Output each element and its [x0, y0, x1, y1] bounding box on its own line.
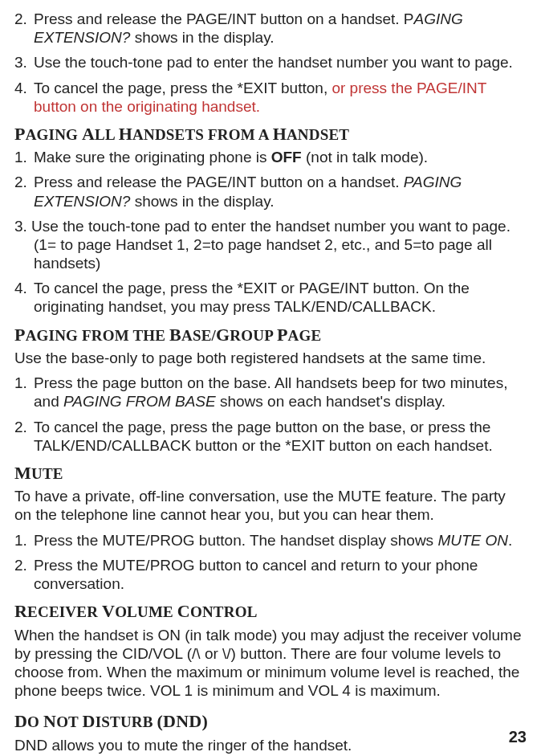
step-number: 2.	[14, 173, 27, 191]
section-intro: To have a private, off-line conversation…	[14, 487, 527, 524]
step-text: Press the MUTE/PROG button to cancel and…	[34, 557, 478, 592]
step-4: 4. To cancel the page, press the *EXIT o…	[14, 279, 527, 316]
step-text: 3. Use the touch-tone pad to enter the h…	[14, 218, 510, 272]
section-title-dnd: DO NOT DISTURB (DND)	[14, 711, 527, 732]
step-number: 2.	[14, 556, 27, 574]
document-page: 2. Press and release the PAGE/INT button…	[14, 10, 527, 754]
step-3: 3. Use the touch-tone pad to enter the h…	[14, 53, 527, 72]
step-number: 1.	[14, 374, 27, 392]
section-title-mute: MUTE	[14, 463, 527, 484]
section-body: When the handset is ON (in talk mode) yo…	[14, 626, 527, 701]
step-number: 1.	[14, 531, 27, 550]
step-1: 1. Press the MUTE/PROG button. The hands…	[14, 531, 527, 550]
step-text: Press the page button on the base. All h…	[34, 374, 507, 410]
page-number: 23	[509, 727, 527, 746]
section-body: DND allows you to mute the ringer of the…	[14, 736, 527, 754]
step-number: 4.	[14, 279, 27, 297]
step-text: Press and release the PAGE/INT button on…	[34, 174, 462, 209]
step-2: 2. To cancel the page, press the page bu…	[14, 418, 527, 455]
step-text: Use the touch-tone pad to enter the hand…	[34, 54, 513, 71]
step-2: 2. Press the MUTE/PROG button to cancel …	[14, 556, 527, 593]
section-title-paging-base: PAGING FROM THE BASE/GROUP PAGE	[14, 325, 527, 345]
step-2: 2. Press and release the PAGE/INT button…	[14, 10, 527, 47]
step-4: 4. To cancel the page, press the *EXIT b…	[14, 79, 527, 116]
step-1: 1. Press the page button on the base. Al…	[14, 374, 527, 411]
step-text: To cancel the page, press the *EXIT butt…	[34, 80, 486, 115]
step-1: 1. Make sure the originating phone is OF…	[14, 148, 527, 166]
section-title-paging-all: PAGING ALL HANDSETS FROM A HANDSET	[14, 124, 527, 145]
step-number: 2.	[14, 10, 27, 28]
step-number: 1.	[14, 148, 27, 166]
step-text: Press the MUTE/PROG button. The handset …	[34, 532, 512, 549]
step-3: 3. Use the touch-tone pad to enter the h…	[14, 217, 527, 273]
step-number: 3.	[14, 53, 27, 72]
step-text: Press and release the PAGE/INT button on…	[34, 10, 463, 46]
step-text: To cancel the page, press the *EXIT or P…	[34, 280, 470, 315]
section-intro: Use the base-only to page both registere…	[14, 349, 527, 367]
step-number: 2.	[14, 418, 27, 436]
step-2: 2. Press and release the PAGE/INT button…	[14, 173, 527, 210]
step-text: To cancel the page, press the page butto…	[34, 419, 493, 454]
step-text: Make sure the originating phone is OFF (…	[34, 149, 428, 166]
section-title-receiver-volume: RECEIVER VOLUME CONTROL	[14, 601, 527, 622]
step-number: 4.	[14, 79, 27, 97]
